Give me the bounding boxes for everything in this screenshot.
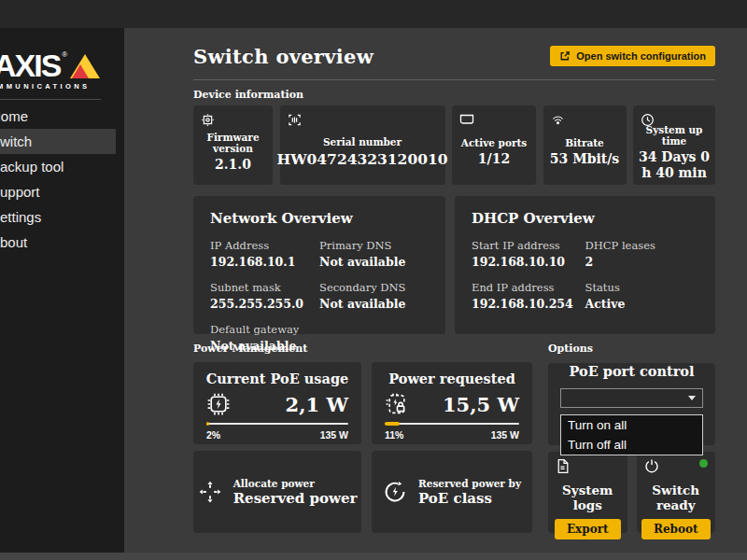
- sidebar-item-home[interactable]: Home: [0, 104, 116, 129]
- power-requested-max: 135 W: [491, 429, 519, 441]
- chip-gear-icon: [201, 113, 215, 127]
- overview-panels: Network Overview IP Address 192.168.10.1…: [193, 196, 715, 334]
- axis-triangle-icon: [69, 53, 101, 79]
- chip-lock-icon: [385, 392, 409, 416]
- field-subnet-mask: Subnet mask 255.255.255.0: [210, 281, 319, 311]
- device-card-value: 34 Days 0 h 40 min: [633, 149, 715, 182]
- status-dot-green: [699, 459, 708, 468]
- device-card-value: 53 Mbit/s: [546, 151, 623, 168]
- poe-port-control-dropdown: Turn on all Turn off all: [560, 414, 703, 455]
- axis-logo-text: AXIS: [0, 50, 60, 80]
- external-link-icon: [559, 50, 571, 62]
- lower-sections: Power Management Current PoE usage: [193, 334, 715, 533]
- reserved-power-by-value: PoE class: [418, 490, 521, 507]
- field-start-ip-address: Start IP address 192.168.10.10: [472, 239, 585, 269]
- allocate-power-card[interactable]: Allocate power Reserved power: [193, 451, 361, 533]
- device-card-serial-number: Serial number HW04724323120010: [280, 105, 445, 185]
- monitor-icon: [459, 113, 474, 126]
- device-card-value: 2.1.0: [211, 157, 255, 174]
- main-content: Switch overview Open switch configuratio…: [124, 28, 747, 553]
- barcode-icon: [288, 113, 302, 127]
- axis-logo-subtext: COMMUNICATIONS: [0, 82, 124, 91]
- reset-bolt-icon: [383, 480, 407, 504]
- clock-icon: [641, 113, 655, 127]
- device-card-value: HW04724323120010: [273, 150, 451, 168]
- power-management-section: Power Management Current PoE usage: [193, 334, 532, 533]
- power-requested-value: 15,5 W: [443, 393, 519, 416]
- sidebar-menu: Home Switch Backup tool Support Settings…: [0, 104, 124, 255]
- open-switch-configuration-label: Open switch configuration: [576, 50, 706, 62]
- sidebar: AXIS ® COMMUNICATIONS Home Switch Backup…: [0, 28, 124, 553]
- power-requested-card: Power requested: [372, 362, 532, 444]
- sidebar-item-switch[interactable]: Switch: [0, 129, 116, 154]
- dropdown-option-turn-on-all[interactable]: Turn on all: [561, 415, 702, 435]
- window-titlebar: [0, 0, 747, 28]
- device-card-active-ports: Active ports 1/12: [452, 105, 536, 185]
- page-header: Switch overview Open switch configuratio…: [193, 45, 715, 67]
- chip-bolt-icon: [206, 392, 231, 416]
- app-window: AXIS ® COMMUNICATIONS Home Switch Backup…: [0, 0, 747, 560]
- field-dhcp-leases: DHCP leases 2: [585, 239, 699, 269]
- switch-ready-card: Switch ready Reboot: [637, 452, 716, 533]
- sidebar-item-backup-tool[interactable]: Backup tool: [0, 154, 116, 179]
- current-poe-usage-bar: [206, 421, 348, 426]
- reserved-power-by-poe-class-card[interactable]: Reserved power by PoE class: [372, 451, 532, 533]
- system-logs-title: System logs: [548, 483, 627, 512]
- device-card-label: Firmware version: [193, 132, 273, 154]
- sidebar-item-support[interactable]: Support: [0, 179, 116, 204]
- device-card-system-up-time: System up time 34 Days 0 h 40 min: [633, 105, 715, 185]
- field-primary-dns: Primary DNS Not available: [319, 239, 429, 269]
- poe-port-control-title: PoE port control: [548, 363, 715, 379]
- power-management-label: Power Management: [193, 343, 532, 355]
- sidebar-item-about[interactable]: About: [0, 230, 116, 255]
- page-title: Switch overview: [193, 45, 374, 68]
- switch-ready-title: Switch ready: [637, 483, 716, 512]
- device-information-label: Device information: [193, 89, 715, 101]
- field-end-ip-address: End IP address 192.168.10.254: [472, 281, 585, 311]
- options-section: Options PoE port control Turn on all Tur…: [548, 334, 715, 533]
- field-ip-address: IP Address 192.168.10.1: [210, 239, 319, 269]
- header-divider: [193, 79, 715, 80]
- axis-logo: AXIS ® COMMUNICATIONS: [0, 50, 124, 91]
- registered-mark: ®: [62, 50, 67, 59]
- dhcp-overview-panel: DHCP Overview Start IP address 192.168.1…: [455, 196, 715, 334]
- current-poe-usage-max: 135 W: [320, 429, 348, 441]
- power-icon: [644, 458, 659, 473]
- signal-icon: [551, 113, 565, 125]
- power-requested-percent: 11%: [385, 429, 403, 441]
- device-information-cards: Firmware version 2.1.0 Serial number HW0…: [193, 105, 715, 185]
- poe-port-control-card: PoE port control Turn on all Turn off al…: [548, 363, 715, 445]
- move-arrows-icon: [198, 480, 222, 504]
- sidebar-item-settings[interactable]: Settings: [0, 204, 116, 230]
- current-poe-usage-card: Current PoE usage 2,1 W: [193, 362, 361, 444]
- document-icon: [556, 458, 570, 474]
- system-logs-card: System logs Export: [548, 452, 627, 533]
- export-button[interactable]: Export: [555, 519, 621, 539]
- field-secondary-dns: Secondary DNS Not available: [319, 281, 429, 311]
- device-card-label: Serial number: [323, 136, 402, 147]
- device-card-label: Active ports: [461, 137, 527, 148]
- reboot-button[interactable]: Reboot: [641, 519, 711, 539]
- reserved-power-by-label: Reserved power by: [418, 478, 521, 489]
- field-dhcp-status: Status Active: [585, 281, 699, 311]
- power-requested-bar: [385, 421, 519, 426]
- current-poe-usage-value: 2,1 W: [286, 393, 348, 416]
- dhcp-overview-title: DHCP Overview: [472, 210, 698, 227]
- device-card-bitrate: Bitrate 53 Mbit/s: [543, 105, 627, 185]
- device-card-label: System up time: [633, 124, 715, 147]
- open-switch-configuration-button[interactable]: Open switch configuration: [550, 46, 715, 66]
- sidebar-divider: [0, 99, 101, 100]
- allocate-power-label: Allocate power: [233, 478, 358, 489]
- device-card-label: Bitrate: [565, 137, 604, 148]
- network-overview-panel: Network Overview IP Address 192.168.10.1…: [193, 196, 445, 334]
- poe-port-control-select[interactable]: [560, 388, 703, 408]
- window-bottom-edge: [0, 553, 747, 560]
- chevron-down-icon: [688, 396, 696, 400]
- device-card-value: 1/12: [474, 151, 514, 168]
- network-overview-title: Network Overview: [210, 210, 429, 227]
- allocate-power-value: Reserved power: [233, 490, 358, 507]
- options-label: Options: [548, 343, 715, 355]
- device-card-firmware-version: Firmware version 2.1.0: [193, 105, 273, 185]
- dropdown-option-turn-off-all[interactable]: Turn off all: [561, 435, 702, 455]
- current-poe-usage-percent: 2%: [206, 429, 220, 441]
